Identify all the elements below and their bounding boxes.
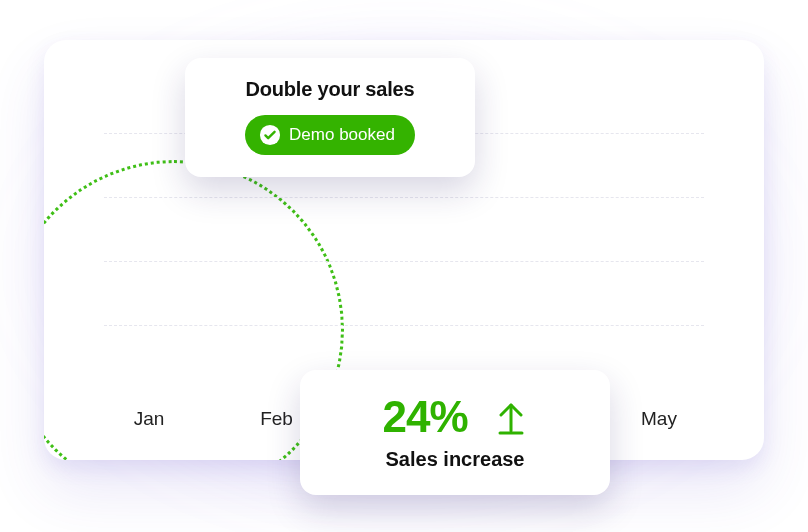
metric-caption: Sales increase bbox=[324, 448, 586, 471]
arrow-up-icon bbox=[494, 397, 528, 437]
demo-booked-badge[interactable]: Demo booked bbox=[245, 115, 415, 155]
x-axis-label: May bbox=[614, 408, 704, 430]
check-circle-icon bbox=[259, 124, 281, 146]
metric-card: 24% Sales increase bbox=[300, 370, 610, 495]
promo-title: Double your sales bbox=[209, 78, 451, 101]
x-axis-label: Jan bbox=[104, 408, 194, 430]
promo-card: Double your sales Demo booked bbox=[185, 58, 475, 177]
metric-value: 24% bbox=[382, 392, 467, 442]
demo-booked-label: Demo booked bbox=[289, 125, 395, 145]
